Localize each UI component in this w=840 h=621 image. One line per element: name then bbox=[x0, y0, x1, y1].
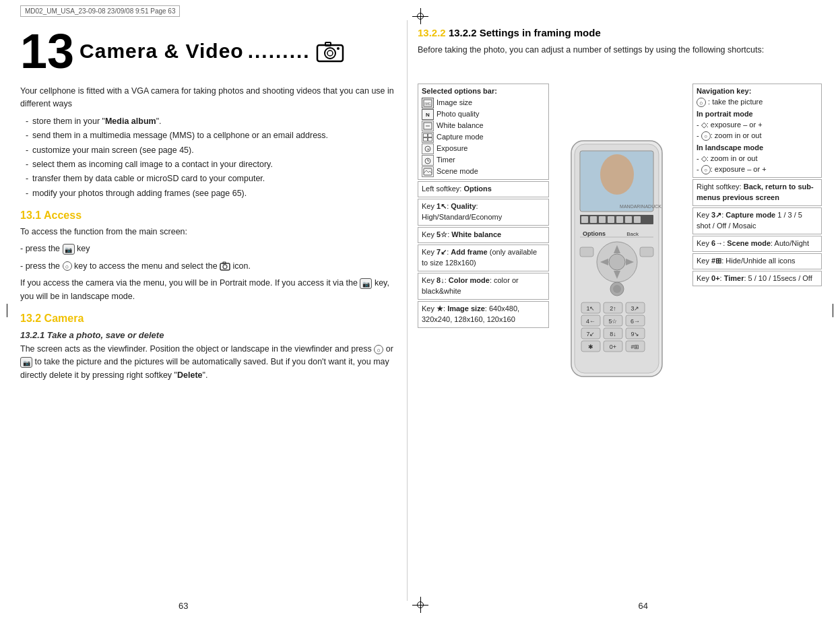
key-7-text: Key 7↙: Add frame (only available to siz… bbox=[422, 248, 537, 267]
svg-text:Back: Back bbox=[626, 231, 639, 237]
key-hash-text: Key #⊞: Hide/Unhide all icons bbox=[697, 257, 796, 265]
photo-quality-label: Photo quality bbox=[437, 109, 480, 120]
section-13-2-2-title: 13.2.2 Settings in framing mode bbox=[449, 27, 601, 38]
page-number-right: 64 bbox=[639, 601, 648, 611]
svg-text:8↓: 8↓ bbox=[610, 331, 616, 337]
access-para1: To access the function from the main scr… bbox=[20, 226, 397, 238]
svg-text:7↙: 7↙ bbox=[586, 331, 595, 337]
key-6-box: Key 6→: Scene mode: Auto/Night bbox=[692, 236, 822, 252]
chapter-title: Camera & Video bbox=[79, 40, 244, 63]
key-1-text: Key 1↖: Quality: High/Standard/Economy bbox=[422, 202, 502, 221]
key-5-text: Key 5☆: White balance bbox=[422, 230, 501, 238]
svg-rect-31 bbox=[599, 216, 606, 223]
option-capture-mode: Capture mode bbox=[422, 132, 545, 143]
svg-text:☀: ☀ bbox=[426, 148, 430, 152]
cam-icon-small: 📷 bbox=[20, 357, 32, 368]
bullet-item-4: select them as incoming call image to a … bbox=[26, 158, 397, 171]
exposure-label: Exposure bbox=[437, 143, 467, 154]
bullet-item-1: store them in your "Media album". bbox=[26, 115, 397, 128]
diagram-container: Selected options bar: IMG Image size N P… bbox=[418, 63, 822, 454]
key-0-box: Key 0+: Timer: 5 / 10 / 15secs / Off bbox=[692, 271, 822, 287]
nav-key-title: Navigation key: bbox=[697, 86, 818, 97]
svg-rect-34 bbox=[625, 216, 632, 223]
circle-icon-small: ○ bbox=[374, 345, 383, 354]
option-exposure: ☀ Exposure bbox=[422, 143, 545, 154]
key-8-box: Key 8↓: Color mode: color or black&white bbox=[418, 273, 549, 300]
key-0-text: Key 0+: Timer: 5 / 10 / 15secs / Off bbox=[697, 274, 812, 282]
key-1-box: Key 1↖: Quality: High/Standard/Economy bbox=[418, 199, 549, 226]
right-softkey-text: Right softkey: Back, return to sub-menus… bbox=[697, 183, 814, 201]
svg-text:1↖: 1↖ bbox=[586, 305, 595, 312]
key-5-box: Key 5☆: White balance bbox=[418, 227, 549, 243]
nav-take-pic: ○ : take the picture bbox=[697, 97, 818, 108]
page-number-left: 63 bbox=[179, 601, 188, 611]
svg-rect-15 bbox=[428, 138, 432, 141]
section-13-2-heading: 13.2 Camera bbox=[20, 313, 397, 325]
option-white-balance: White balance bbox=[422, 121, 545, 131]
exposure-icon: ☀ bbox=[422, 143, 434, 154]
nav-landscape-2: - ○: exposure – or + bbox=[697, 164, 818, 175]
intro-text: Your cellphone is fitted with a VGA came… bbox=[20, 85, 397, 111]
access-para2: If you access the camera via the menu, y… bbox=[20, 277, 397, 303]
key-3-text: Key 3↗: Capture mode 1 / 3 / 5 shot / Of… bbox=[697, 211, 802, 230]
left-softkey-text: Left softkey: Options bbox=[422, 185, 492, 193]
svg-rect-14 bbox=[424, 138, 428, 141]
svg-point-4 bbox=[337, 47, 340, 50]
chapter-number: 13 bbox=[20, 27, 74, 75]
section-13-2-2-container: 13.2.2 13.2.2 Settings in framing mode bbox=[418, 27, 822, 38]
white-balance-label: White balance bbox=[437, 121, 484, 131]
svg-text:IMG: IMG bbox=[424, 102, 431, 106]
svg-rect-30 bbox=[590, 216, 597, 223]
svg-text:#⊞: #⊞ bbox=[631, 344, 639, 350]
left-softkey-box: Left softkey: Options bbox=[418, 181, 549, 197]
key-star-text: Key ★: Image size: 640x480, 320x240, 128… bbox=[422, 304, 519, 323]
svg-rect-13 bbox=[428, 134, 432, 137]
reg-mark-bottom bbox=[412, 597, 428, 613]
svg-point-26 bbox=[600, 154, 634, 195]
nav-key-box: Navigation key: ○ : take the picture In … bbox=[692, 84, 822, 178]
chapter-dots: ......... bbox=[248, 40, 311, 63]
svg-text:6→: 6→ bbox=[630, 318, 639, 325]
option-timer: Timer bbox=[422, 155, 545, 166]
left-page: 13 Camera & Video ......... Your cellpho… bbox=[20, 27, 397, 587]
option-photo-quality: N Photo quality bbox=[422, 109, 545, 120]
header-text: MD02_UM_USA_23-09-08 23/09/08 9:51 Page … bbox=[25, 7, 175, 15]
timer-label: Timer bbox=[437, 155, 455, 166]
key-7-box: Key 7↙: Add frame (only available to siz… bbox=[418, 244, 549, 271]
access-item2: - press the ○ key to access the menu and… bbox=[20, 260, 397, 273]
bullet-item-3: customize your main screen (see page 45)… bbox=[26, 144, 397, 157]
right-labels-panel: Navigation key: ○ : take the picture In … bbox=[692, 84, 822, 288]
svg-text:Options: Options bbox=[583, 230, 606, 237]
svg-text:4←: 4← bbox=[585, 318, 595, 325]
nav-portrait-1: - ◇: exposure – or + bbox=[697, 120, 818, 131]
image-size-icon: IMG bbox=[422, 98, 434, 108]
right-softkey-box: Right softkey: Back, return to sub-menus… bbox=[692, 179, 822, 206]
circle-key-icon: ○ bbox=[63, 261, 72, 271]
svg-point-6 bbox=[223, 265, 227, 269]
page-divider bbox=[407, 20, 408, 601]
phone-diagram: MANDARINADUCK Options Back bbox=[549, 63, 684, 454]
svg-text:2↑: 2↑ bbox=[610, 305, 616, 312]
scene-mode-icon bbox=[422, 166, 434, 177]
nav-landscape: In landscape mode bbox=[697, 143, 818, 154]
reg-mark-right bbox=[833, 304, 833, 317]
bullet-list: store them in your "Media album". send t… bbox=[20, 115, 397, 200]
scene-mode-label: Scene mode bbox=[437, 166, 478, 177]
svg-point-48 bbox=[613, 285, 621, 293]
bullet-item-5: transfer them by data cable or microSD c… bbox=[26, 172, 397, 185]
svg-text:0+: 0+ bbox=[609, 344, 616, 350]
svg-text:MANDARINADUCK: MANDARINADUCK bbox=[620, 204, 661, 209]
capture-mode-icon bbox=[422, 132, 434, 143]
option-scene-mode: Scene mode bbox=[422, 166, 545, 177]
nav-portrait: In portrait mode bbox=[697, 109, 818, 120]
svg-rect-35 bbox=[634, 216, 641, 223]
svg-point-1 bbox=[325, 48, 335, 59]
image-size-label: Image size bbox=[437, 98, 472, 108]
svg-rect-12 bbox=[424, 134, 428, 137]
svg-rect-3 bbox=[325, 42, 331, 46]
phone-svg: MANDARINADUCK Options Back bbox=[561, 137, 672, 380]
svg-point-40 bbox=[609, 254, 625, 270]
capture-mode-label: Capture mode bbox=[437, 132, 484, 143]
key-hash-box: Key #⊞: Hide/Unhide all icons bbox=[692, 253, 822, 269]
svg-text:5☆: 5☆ bbox=[608, 318, 617, 325]
